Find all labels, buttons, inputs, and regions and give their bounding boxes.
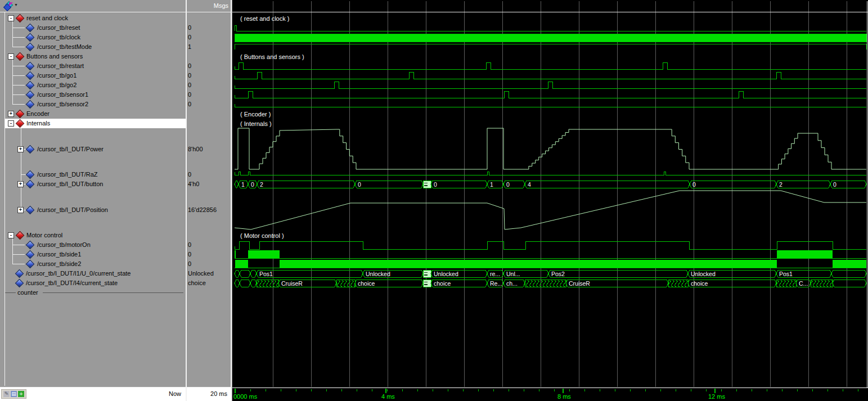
signal-value: 0 (188, 90, 230, 100)
divider-label: counter (17, 288, 38, 298)
tree-signal-row[interactable]: /cursor_tb/testMode (0, 42, 186, 52)
signal-diamond-icon (26, 206, 35, 215)
tree-signal-row[interactable]: /cursor_tb/go1 (0, 71, 186, 80)
expand-icon[interactable]: + (17, 181, 24, 187)
collapse-icon[interactable]: - (8, 53, 14, 60)
bus-value-label: 0 (358, 181, 361, 188)
signal-diamond-icon (26, 170, 35, 179)
tree-signal-row[interactable]: /cursor_tb/I_DUT/I1/U_0/current_state (0, 269, 186, 278)
tree-divider-row[interactable]: counter (0, 288, 186, 298)
signal-label: /cursor_tb/sensor1 (37, 90, 88, 100)
tree-signal-row[interactable]: /cursor_tb/side2 (0, 259, 186, 269)
signal-value: 0 (188, 23, 230, 33)
tree-group-row[interactable]: -Internals (0, 119, 186, 128)
tree-signal-row[interactable]: /cursor_tb/reset (0, 23, 186, 33)
signal-diamond-icon (15, 279, 24, 288)
tree-connector (21, 128, 21, 210)
bus-highlight-marker (424, 272, 428, 273)
group-label: Internals (26, 119, 50, 128)
tree-signal-row[interactable]: /cursor_tb/I_DUT/RaZ (0, 170, 186, 179)
bus-value-label: ch... (506, 280, 518, 287)
bus-transition-region (257, 280, 278, 287)
tree-signal-row[interactable]: /cursor_tb/side1 (0, 250, 186, 259)
bus-highlight-marker (423, 270, 431, 277)
wave-pane-icon-part: ◤ (9, 1, 13, 7)
bus-value-label: choice (691, 280, 708, 287)
collapse-icon[interactable]: - (8, 232, 14, 238)
signal-diamond-icon (26, 250, 35, 259)
signal-label: /cursor_tb/I_DUT/Power (37, 145, 104, 154)
tree-connector (12, 245, 25, 245)
bus-value-label: C... (799, 280, 808, 287)
tree-signal-row[interactable]: /cursor_tb/go2 (0, 80, 186, 90)
collapse-icon[interactable]: - (8, 120, 14, 127)
bus-highlight-marker (424, 284, 428, 285)
bus-value-label: Unlocked (366, 271, 390, 277)
name-msgs-divider[interactable] (186, 0, 187, 401)
signal-label: /cursor_tb/sensor2 (37, 100, 88, 109)
bus-value-label: Pos2 (551, 271, 565, 277)
bus-highlight-marker (424, 185, 428, 186)
tree-signal-row[interactable]: /cursor_tb/clock (0, 33, 186, 42)
wave-pane-icon[interactable]: ◤ ▼ (4, 2, 21, 10)
collapse-icon[interactable]: - (8, 15, 14, 21)
timeline-label: 8 ms (557, 393, 571, 400)
signal-diamond-icon (26, 71, 35, 80)
bus-value-label: 0 (692, 181, 696, 188)
signal-value: 0 (188, 71, 230, 80)
signal-label: /cursor_tb/motorOn (37, 240, 91, 250)
bus-value-label: CruiseR (569, 280, 590, 287)
msgs-wave-divider[interactable] (231, 0, 232, 401)
group-diamond-icon (16, 14, 25, 23)
now-time-value: 20 ms (187, 388, 227, 401)
tree-signal-row[interactable]: +/cursor_tb/I_DUT/Position (0, 205, 186, 215)
timeline-label: 12 ms (708, 393, 725, 400)
signal-label: /cursor_tb/go2 (37, 80, 77, 90)
signal-value: 0 (188, 240, 230, 250)
bus-value-label: 0 (434, 181, 437, 188)
signal-name-panel: ◤ ▼ Msgs -reset and clock/cursor_tb/rese… (0, 0, 232, 401)
tree-group-row[interactable]: -Motor control (0, 231, 186, 240)
tree-connector (12, 85, 25, 85)
group-diamond-icon (16, 52, 25, 61)
bus-value-label: 0 (506, 181, 510, 188)
expand-icon[interactable]: + (17, 146, 24, 152)
tree-signal-row[interactable]: /cursor_tb/motorOn (0, 240, 186, 250)
tree-signal-row[interactable]: /cursor_tb/restart (0, 61, 186, 71)
wave-side2 (235, 260, 866, 268)
wave-canvas[interactable]: ( reset and clock )( Buttons and sensors… (232, 0, 868, 401)
tree-connector (12, 104, 25, 105)
tree-signal-row[interactable]: /cursor_tb/I_DUT/I4/current_state (0, 278, 186, 288)
tree-signal-row[interactable]: /cursor_tb/sensor2 (0, 100, 186, 109)
tree-signal-row[interactable]: +/cursor_tb/I_DUT/Power (0, 145, 186, 154)
signal-diamond-icon (26, 241, 35, 250)
signal-value: 0 (188, 61, 230, 71)
bus-highlight-marker (424, 282, 428, 283)
bus-value-label: Pos1 (779, 271, 793, 277)
signal-diamond-icon (26, 24, 35, 33)
signal-label: /cursor_tb/I_DUT/button (37, 179, 103, 189)
tree-signal-row[interactable]: +/cursor_tb/I_DUT/button (0, 179, 186, 189)
expand-icon[interactable]: + (17, 207, 24, 213)
bus-value-label: choice (434, 280, 451, 287)
signal-diamond-icon (26, 180, 35, 189)
tree-group-row[interactable]: -reset and clock (0, 13, 186, 23)
bus-value-label: 2 (779, 181, 782, 188)
signal-label: /cursor_tb/I_DUT/Position (37, 205, 108, 215)
signal-value: 0 (188, 100, 230, 109)
tree-group-row[interactable]: -Buttons and sensors (0, 52, 186, 61)
signal-label: /cursor_tb/side1 (37, 250, 81, 259)
footer-separator (0, 387, 231, 388)
signal-diamond-icon (26, 43, 35, 52)
divider-line (43, 292, 183, 293)
chevron-down-icon[interactable]: ▼ (14, 3, 18, 7)
tree-group-row[interactable]: +Encoder (0, 109, 186, 119)
expand-icon[interactable]: + (8, 111, 14, 117)
tree-signal-row[interactable]: /cursor_tb/sensor1 (0, 90, 186, 100)
group-diamond-icon (16, 231, 25, 240)
signal-value: Unlocked (188, 269, 230, 278)
bus-value-label: Re... (490, 280, 502, 287)
tree-connector (12, 66, 25, 66)
panel-header: ◤ ▼ Msgs (0, 0, 232, 12)
waveform-area[interactable]: ( reset and clock )( Buttons and sensors… (232, 0, 868, 401)
